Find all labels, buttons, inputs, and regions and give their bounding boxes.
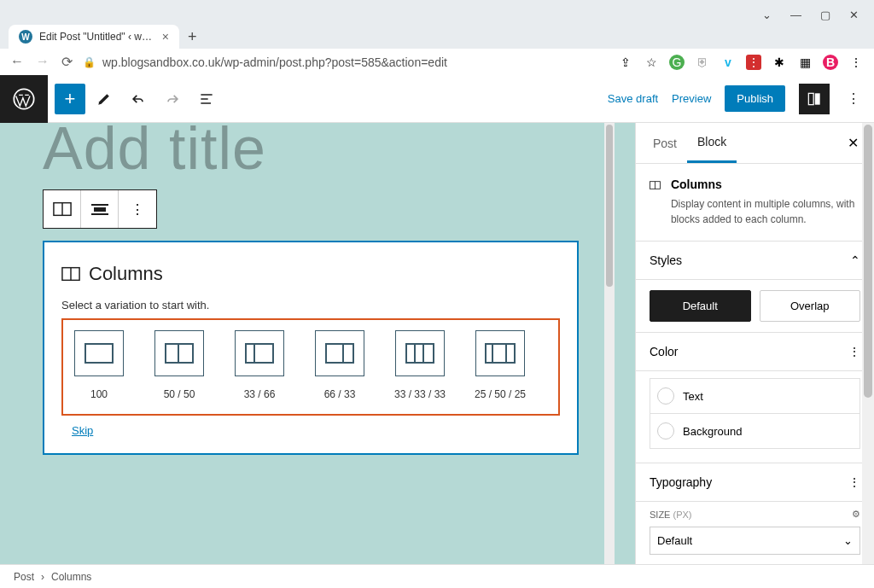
columns-block: Columns Select a variation to start with… <box>43 241 579 455</box>
profile-avatar[interactable]: B <box>823 55 838 70</box>
block-type-button[interactable] <box>44 190 81 228</box>
skip-link[interactable]: Skip <box>72 424 93 437</box>
save-draft-button[interactable]: Save draft <box>608 92 658 105</box>
options-menu-button[interactable]: ⋮ <box>843 84 864 114</box>
size-unit: (PX) <box>673 509 692 520</box>
settings-sidebar: Post Block ✕ Columns Display content in … <box>635 123 874 564</box>
tab-title: Edit Post "Untitled" ‹ wp.blogsan… <box>39 31 155 43</box>
share-icon[interactable]: ⇪ <box>618 55 633 70</box>
tab-bar: W Edit Post "Untitled" ‹ wp.blogsan… × + <box>0 25 874 49</box>
maximize-icon[interactable]: ▢ <box>820 9 830 21</box>
undo-button[interactable] <box>123 84 154 114</box>
add-block-button[interactable]: + <box>55 84 85 114</box>
minimize-icon[interactable]: — <box>790 9 801 21</box>
block-toolbar: ⋮ <box>43 189 157 229</box>
url-text: wp.blogsandbox.co.uk/wp-admin/post.php?p… <box>102 55 447 69</box>
editor-body: Add title ⋮ Columns Select a variation t… <box>0 123 874 564</box>
post-title-input[interactable]: Add title <box>43 123 618 183</box>
preview-button[interactable]: Preview <box>672 92 711 105</box>
svg-rect-2 <box>815 93 820 104</box>
settings-sliders-icon[interactable]: ⚙ <box>852 509 860 520</box>
color-background-row[interactable]: Background <box>650 413 860 449</box>
color-bg-label: Background <box>683 425 742 438</box>
chevron-down-icon[interactable]: ⌄ <box>762 9 772 21</box>
browser-tab[interactable]: W Edit Post "Untitled" ‹ wp.blogsan… × <box>9 25 179 49</box>
svg-rect-6 <box>94 207 106 212</box>
styles-label: Styles <box>650 253 682 267</box>
breadcrumb-separator-icon: › <box>41 571 44 583</box>
columns-heading: Columns <box>89 263 163 285</box>
variation-100[interactable]: 100 <box>72 330 126 400</box>
extension-red-icon[interactable]: ⋮ <box>746 55 761 70</box>
color-swatch-bg <box>657 422 674 440</box>
editor-canvas[interactable]: Add title ⋮ Columns Select a variation t… <box>0 123 635 564</box>
svg-rect-1 <box>808 93 813 104</box>
variations-grid: 10050 / 5033 / 6666 / 3333 / 33 / 3325 /… <box>72 330 550 400</box>
forward-button[interactable]: → <box>36 54 50 70</box>
url-bar[interactable]: 🔒 wp.blogsandbox.co.uk/wp-admin/post.php… <box>83 55 608 69</box>
variation-label: 66 / 33 <box>324 388 356 400</box>
tab-close-icon[interactable]: × <box>162 30 169 44</box>
typography-label: Typography <box>650 475 712 489</box>
browser-chrome: ⌄ — ▢ ✕ W Edit Post "Untitled" ‹ wp.blog… <box>0 0 874 75</box>
font-size-select[interactable]: Default ⌄ <box>650 527 860 555</box>
block-name: Columns <box>671 178 860 191</box>
reload-button[interactable]: ⟳ <box>61 54 73 70</box>
wordpress-favicon: W <box>19 30 32 44</box>
block-options-button[interactable]: ⋮ <box>119 190 156 228</box>
sidebar-scrollbar[interactable] <box>862 123 874 564</box>
align-button[interactable] <box>81 190 119 228</box>
vimeo-icon[interactable]: v <box>720 55 736 70</box>
breadcrumb-current[interactable]: Columns <box>51 571 91 583</box>
new-tab-button[interactable]: + <box>188 28 197 46</box>
wp-editor-topbar: + Save draft Preview Publish ⋮ <box>0 75 874 123</box>
columns-icon <box>61 266 80 282</box>
panel-menu-icon[interactable]: ⋮ <box>848 475 860 489</box>
variation-25-50-25[interactable]: 25 / 50 / 25 <box>473 330 527 400</box>
reading-list-icon[interactable]: ▦ <box>797 55 813 70</box>
size-value: Default <box>657 534 692 547</box>
publish-button[interactable]: Publish <box>725 85 785 112</box>
redo-button[interactable] <box>157 84 188 114</box>
settings-toggle[interactable] <box>799 84 830 114</box>
styles-panel-body: Default Overlap <box>636 280 874 333</box>
document-overview-button[interactable] <box>191 84 222 114</box>
variation-label: 33 / 66 <box>244 388 276 400</box>
variation-66-33[interactable]: 66 / 33 <box>312 330 367 400</box>
bookmark-icon[interactable]: ☆ <box>644 55 659 70</box>
chrome-menu-icon[interactable]: ⋮ <box>848 55 864 70</box>
extensions-icon[interactable]: ✱ <box>772 55 787 70</box>
columns-icon <box>650 178 661 193</box>
editor-scrollbar[interactable] <box>604 123 615 564</box>
wordpress-logo[interactable] <box>0 75 48 123</box>
breadcrumb-root[interactable]: Post <box>14 571 34 583</box>
variation-50-50[interactable]: 50 / 50 <box>152 330 207 400</box>
color-text-row[interactable]: Text <box>650 378 860 413</box>
block-description: Display content in multiple columns, wit… <box>671 196 860 227</box>
tab-block[interactable]: Block <box>687 123 737 163</box>
back-button[interactable]: ← <box>10 54 24 70</box>
variation-label: 33 / 33 / 33 <box>394 388 446 400</box>
style-default-button[interactable]: Default <box>650 290 751 322</box>
edit-tool-button[interactable] <box>89 84 119 114</box>
variations-highlight-box: 10050 / 5033 / 6666 / 3333 / 33 / 3325 /… <box>61 318 560 416</box>
wordpress-icon <box>12 87 36 111</box>
typography-panel-body: SIZE (PX) ⚙ Default ⌄ <box>636 502 874 562</box>
color-panel-header[interactable]: Color ⋮ <box>636 333 874 371</box>
styles-panel-header[interactable]: Styles ⌃ <box>636 242 874 280</box>
shield-icon[interactable]: ⛨ <box>695 55 710 70</box>
grammarly-icon[interactable]: G <box>669 55 685 70</box>
breadcrumb: Post › Columns <box>0 564 874 588</box>
style-overlap-button[interactable]: Overlap <box>760 290 861 322</box>
color-swatch-text <box>657 387 674 405</box>
variation-label: 100 <box>90 388 108 400</box>
size-label: SIZE <box>650 509 670 520</box>
address-bar: ← → ⟳ 🔒 wp.blogsandbox.co.uk/wp-admin/po… <box>0 49 874 75</box>
sidebar-tabs: Post Block ✕ <box>636 123 874 164</box>
panel-menu-icon[interactable]: ⋮ <box>848 345 860 358</box>
tab-post[interactable]: Post <box>643 125 687 162</box>
variation-33-66[interactable]: 33 / 66 <box>232 330 287 400</box>
typography-panel-header[interactable]: Typography ⋮ <box>636 463 874 502</box>
variation-33-33-33[interactable]: 33 / 33 / 33 <box>393 330 447 400</box>
close-window-icon[interactable]: ✕ <box>849 9 859 21</box>
